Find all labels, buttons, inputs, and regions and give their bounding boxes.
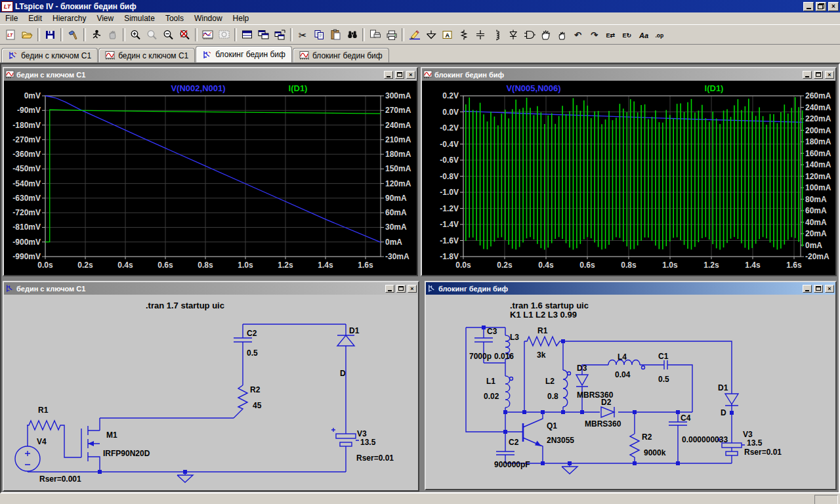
undo-button[interactable]: ↶ (570, 27, 587, 43)
close-button[interactable]: × (828, 2, 839, 11)
redo-button[interactable]: ↷ (587, 27, 603, 43)
close-button[interactable]: × (825, 285, 834, 293)
place-inductor-button[interactable] (488, 27, 505, 43)
svg-text:1.2s: 1.2s (704, 261, 719, 270)
halt-button[interactable] (104, 27, 121, 43)
schematic-canvas-bedin[interactable]: .tran 1.7 startup uic (4, 295, 418, 490)
move-hand-icon (539, 29, 553, 41)
run-button[interactable] (88, 27, 104, 43)
spice-directive-button[interactable]: .op (652, 27, 669, 43)
label-d1: D1 (718, 383, 728, 392)
tab-waveform-bedin[interactable]: бедин с ключом C1 (98, 48, 195, 62)
place-diode-button[interactable] (505, 27, 521, 43)
tile-window-button[interactable] (239, 27, 255, 43)
waveform-plot-bedin[interactable]: 0mV-90mV-180mV-270mV-360mV-450mV-540mV-6… (4, 81, 417, 275)
svg-text:210mA: 210mA (385, 135, 411, 144)
minimize-button[interactable] (384, 71, 393, 79)
rotate-button[interactable]: E↻ (620, 27, 636, 43)
window-titlebar[interactable]: бедин с ключом C1 × (4, 68, 417, 81)
menu-hierarchy[interactable]: Hierarchy (47, 13, 91, 24)
minimize-button[interactable] (385, 285, 394, 293)
place-resistor-button[interactable] (455, 27, 472, 43)
close-button[interactable]: × (825, 71, 834, 79)
menu-view[interactable]: View (91, 13, 119, 24)
pan-button[interactable] (216, 27, 232, 43)
menu-file[interactable]: File (0, 13, 23, 24)
label-v3: V3 (357, 429, 367, 438)
close-button[interactable]: × (406, 71, 415, 79)
mirror-button[interactable]: E⇄ (603, 27, 620, 43)
waveform-plot-bloking[interactable]: 0.2V0.0V-0.2V-0.4V-0.6V-0.8V-1.0V-1.2V-1… (422, 81, 835, 275)
move-button[interactable] (537, 27, 554, 43)
maximize-button[interactable] (396, 285, 406, 293)
wires[interactable] (15, 324, 359, 482)
close-button[interactable]: × (408, 285, 417, 293)
window-titlebar[interactable]: блокинг бедин биф × (422, 68, 835, 81)
paste-button[interactable] (327, 27, 344, 43)
autorange-button[interactable] (200, 27, 216, 43)
restore-button[interactable] (816, 2, 826, 11)
text-icon: Aa (638, 29, 651, 41)
tile-vertical-button[interactable] (255, 27, 272, 43)
print-preview-button[interactable] (367, 27, 383, 43)
label-d1-model: D (340, 369, 346, 378)
tab-schematic-bedin[interactable]: бедин с ключом C1 (1, 48, 98, 62)
svg-text:-810mV: -810mV (12, 222, 41, 232)
cut-button[interactable]: ✂ (295, 27, 311, 43)
capacitor-icon (474, 29, 487, 41)
menu-help[interactable]: Help (228, 13, 255, 24)
place-net-label-button[interactable]: A (439, 27, 455, 43)
minimize-button[interactable] (803, 2, 814, 11)
tab-waveform-bloking[interactable]: блокинг бедин биф (293, 48, 389, 62)
window-titlebar[interactable]: блокинг бедин биф × (426, 282, 835, 295)
draw-wire-button[interactable] (406, 27, 423, 43)
zoom-full-extents-button[interactable] (177, 27, 193, 43)
place-text-button[interactable]: Aa (636, 27, 652, 43)
label-l3-value: 0.016 (494, 352, 514, 361)
svg-text:-450mV: -450mV (12, 164, 41, 173)
svg-text:0.2V: 0.2V (442, 91, 459, 100)
control-panel-button[interactable] (65, 27, 81, 43)
print-button[interactable] (383, 27, 400, 43)
window-schematic-bedin: бедин с ключом C1 × .tran 1.7 startup ui… (3, 281, 419, 492)
maximize-button[interactable] (814, 285, 823, 293)
svg-text:1.0s: 1.0s (238, 261, 253, 270)
svg-text:I(D1): I(D1) (289, 83, 308, 93)
maximize-button[interactable] (395, 71, 404, 79)
menu-simulate[interactable]: Simulate (119, 13, 160, 24)
window-titlebar[interactable]: бедин с ключом C1 × (4, 282, 418, 295)
tab-schematic-bloking[interactable]: блокинг бедин биф (196, 46, 292, 62)
minimize-button[interactable] (803, 71, 812, 79)
save-button[interactable] (42, 27, 58, 43)
copy-button[interactable] (311, 27, 327, 43)
open-button[interactable] (19, 27, 35, 43)
schematic-canvas-bloking[interactable]: .tran 1.6 startup uic K1 L1 L2 L3 0.99 (426, 295, 835, 489)
svg-text:40mA: 40mA (805, 218, 827, 227)
zoom-out-button[interactable] (160, 27, 177, 43)
node (98, 470, 102, 474)
svg-text:-0.4V: -0.4V (440, 140, 459, 149)
drag-button[interactable] (554, 27, 570, 43)
svg-text:-0.8V: -0.8V (440, 172, 459, 181)
zoom-rectangle-button[interactable] (144, 27, 160, 43)
find-button[interactable] (344, 27, 360, 43)
minimize-button[interactable] (803, 285, 812, 293)
label-v3-value: 13.5 (360, 438, 376, 447)
label-l4-value: 0.04 (615, 370, 631, 379)
menu-window[interactable]: Window (189, 13, 228, 24)
maximize-button[interactable] (814, 71, 823, 79)
label-r2-value: 45 (253, 401, 262, 410)
place-component-button[interactable] (521, 27, 537, 43)
zoom-in-button[interactable] (127, 27, 144, 43)
place-ground-button[interactable] (423, 27, 439, 43)
toolbar-separator (195, 28, 198, 41)
menu-edit[interactable]: Edit (23, 13, 47, 24)
menu-tools[interactable]: Tools (160, 13, 189, 24)
svg-text:-30mA: -30mA (385, 252, 410, 261)
place-capacitor-button[interactable] (472, 27, 488, 43)
find-icon (346, 29, 359, 41)
cascade-windows-button[interactable] (272, 27, 288, 43)
tabbar: бедин с ключом C1 бедин с ключом C1 блок… (0, 45, 840, 63)
label-c2: C2 (509, 438, 519, 447)
new-schematic-button[interactable]: LT (3, 27, 19, 43)
